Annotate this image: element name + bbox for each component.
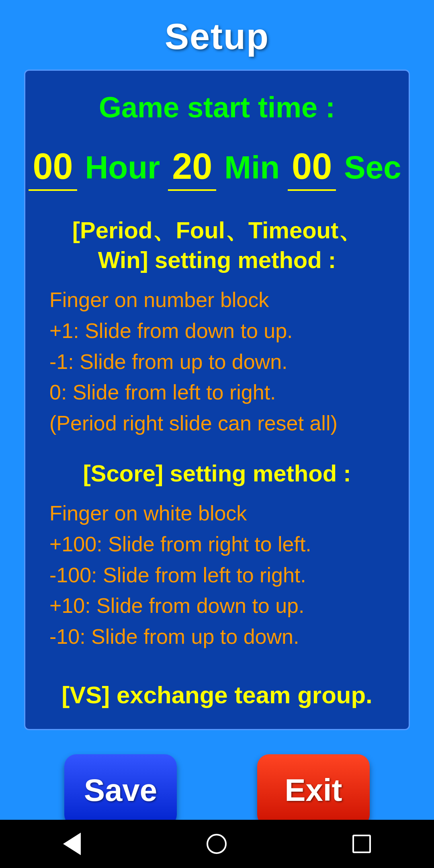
game-start-time-label: Game start time : [99,91,335,124]
time-row: 00 Hour 20 Min 00 Sec [49,144,385,191]
section1-line-4: 0: Slide from left to right. [49,378,385,407]
section1-line-3: -1: Slide from up to down. [49,347,385,377]
recents-icon [352,835,371,853]
nav-back-button[interactable] [63,833,81,855]
button-row: Save Exit [0,754,434,827]
page-title: Setup [165,16,269,57]
section2-line-3: -100: Slide from left to right. [49,561,385,590]
nav-bar [0,820,434,868]
main-card: Game start time : 00 Hour 20 Min 00 Sec … [24,70,410,730]
exit-button[interactable]: Exit [257,754,370,827]
sec-unit-label: Sec [344,149,401,186]
instructions: [Period、Foul、Timeout、Win] setting method… [49,215,385,709]
hour-unit-label: Hour [85,149,160,186]
section2-title: [Score] setting method : [49,460,385,487]
section1-line-1: Finger on number block [49,285,385,315]
hour-value[interactable]: 00 [29,144,77,191]
sec-value[interactable]: 00 [288,144,336,191]
section2-line-5: -10: Slide from up to down. [49,622,385,651]
back-icon [63,833,81,855]
vs-line: [VS] exchange team group. [49,681,385,709]
section1-block: [Period、Foul、Timeout、Win] setting method… [49,215,385,440]
nav-recents-button[interactable] [352,835,371,853]
section1-title: [Period、Foul、Timeout、Win] setting method… [49,215,385,273]
save-button[interactable]: Save [64,754,177,827]
section2-line-2: +100: Slide from right to left. [49,530,385,559]
nav-home-button[interactable] [207,834,227,854]
home-icon [207,834,227,854]
section1-line-5: (Period right slide can reset all) [49,409,385,438]
section2-line-1: Finger on white block [49,499,385,528]
section2-block: [Score] setting method : Finger on white… [49,460,385,653]
min-value[interactable]: 20 [168,144,216,191]
min-unit-label: Min [224,149,280,186]
section1-line-2: +1: Slide from down to up. [49,316,385,346]
section2-line-4: +10: Slide from down to up. [49,591,385,620]
